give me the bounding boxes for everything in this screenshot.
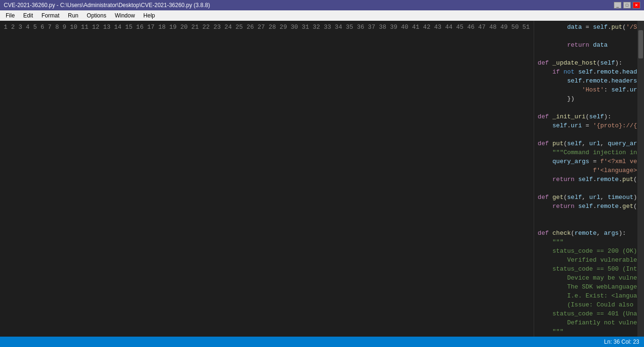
code-content[interactable]: data = self.put('/SDK/webLanguage', quer… bbox=[534, 21, 637, 337]
menu-file[interactable]: File bbox=[2, 11, 18, 20]
line-numbers: 1 2 3 4 5 6 7 8 9 10 11 12 13 14 15 16 1… bbox=[0, 21, 534, 337]
title-bar-controls[interactable]: _ □ ✕ bbox=[614, 2, 640, 8]
close-button[interactable]: ✕ bbox=[633, 2, 640, 8]
editor: 1 2 3 4 5 6 7 8 9 10 11 12 13 14 15 16 1… bbox=[0, 21, 644, 337]
menu-window[interactable]: Window bbox=[111, 11, 139, 20]
menu-edit[interactable]: Edit bbox=[19, 11, 37, 20]
menu-run[interactable]: Run bbox=[64, 11, 82, 20]
scrollbar-thumb[interactable] bbox=[638, 30, 643, 58]
maximize-button[interactable]: □ bbox=[623, 2, 631, 8]
menu-format[interactable]: Format bbox=[38, 11, 63, 20]
menu-options[interactable]: Options bbox=[83, 11, 110, 20]
minimize-button[interactable]: _ bbox=[614, 2, 621, 8]
scrollbar[interactable] bbox=[637, 21, 644, 337]
menu-help[interactable]: Help bbox=[140, 11, 159, 20]
menu-bar: File Edit Format Run Options Window Help bbox=[0, 10, 644, 21]
cursor-position: Ln: 36 Col: 23 bbox=[604, 339, 639, 345]
status-bar: Ln: 36 Col: 23 bbox=[0, 337, 644, 347]
title-bar: CVE-2021-36260.py - C:\Users\Administrat… bbox=[0, 0, 644, 10]
title-text: CVE-2021-36260.py - C:\Users\Administrat… bbox=[4, 2, 210, 8]
